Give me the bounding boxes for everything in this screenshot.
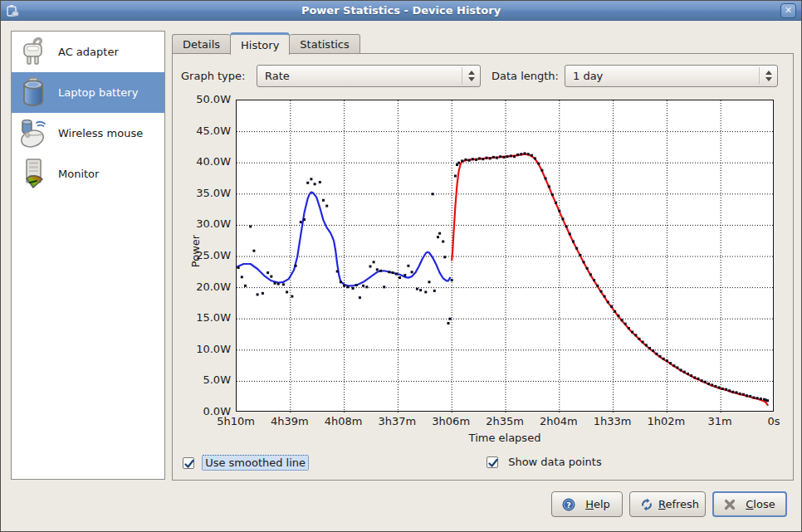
help-button[interactable]: ? Help [551,491,623,517]
x-tick-label: 2h04m [540,415,578,427]
close-button[interactable]: Close [712,491,787,517]
x-tick-label: 4h08m [325,415,363,427]
window-title: Power Statistics - Device History [1,1,801,21]
ac-adapter-icon [17,35,50,68]
data-length-value: 1 day [573,66,603,86]
y-tick-label: 20.0W [181,281,231,294]
x-tick-label: 4h39m [271,415,309,427]
tab-history[interactable]: History [230,32,290,55]
plot-area [236,100,774,412]
history-chart [237,100,775,412]
x-tick-label: 5h10m [217,415,255,427]
x-axis-title: Time elapsed [236,432,774,444]
tab-statistics[interactable]: Statistics [290,34,359,54]
y-tick-label: 5.0W [181,373,231,387]
help-button-label: Help [580,492,615,516]
window-close-button[interactable]: ✕ [780,3,796,18]
data-points-option: Show data points [487,455,604,471]
device-label: Monitor [58,154,99,194]
x-tick-label: 3h37m [379,415,417,427]
help-icon: ? [562,498,575,511]
wireless-mouse-icon [17,116,50,149]
x-tick-label: 1h02m [648,415,686,427]
graph-type-value: Rate [265,66,290,86]
data-length-select[interactable]: 1 day [565,65,778,87]
history-tab-panel: Graph type: Rate Data length: 1 day Powe… [172,53,794,481]
y-tick-label: 25.0W [181,249,231,262]
laptop-battery-icon [17,76,50,109]
close-icon [723,498,736,511]
use-smoothed-line-label[interactable]: Use smoothed line [202,455,309,471]
titlebar: Power Statistics - Device History ✕ [1,1,801,21]
device-label: Laptop battery [58,72,138,113]
tab-details[interactable]: Details [172,34,230,54]
use-smoothed-line-checkbox[interactable] [183,457,194,469]
y-tick-label: 30.0W [181,217,231,231]
close-button-label: Close [742,493,779,517]
refresh-icon [640,498,653,511]
x-tick-label: 0s [767,415,780,427]
show-data-points-checkbox[interactable] [487,456,498,468]
show-data-points-label[interactable]: Show data points [506,455,604,469]
refresh-button[interactable]: Refresh [629,491,706,517]
device-row-wireless-mouse[interactable]: Wireless mouse [12,113,164,154]
y-tick-label: 15.0W [181,311,231,325]
y-tick-label: 10.0W [181,343,231,356]
power-statistics-window: Power Statistics - Device History ✕ AC a… [0,0,802,532]
svg-text:?: ? [566,500,571,510]
x-tick-label: 3h06m [432,415,470,427]
graph-type-select[interactable]: Rate [257,65,481,87]
y-tick-label: 50.0W [181,93,231,106]
device-row-laptop-battery[interactable]: Laptop battery [12,72,164,113]
y-tick-label: 45.0W [181,124,231,138]
combo-spinner-icon [462,67,480,85]
device-list: AC adapter Laptop battery Wireless mouse… [11,31,165,480]
smoothed-line-option: Use smoothed line [183,455,309,471]
device-label: AC adapter [58,32,119,72]
device-label: Wireless mouse [58,113,143,154]
y-tick-label: 35.0W [181,187,231,200]
y-tick-label: 40.0W [181,155,231,168]
data-length-label: Data length: [491,70,559,82]
combo-spinner-icon [759,67,777,85]
refresh-button-label: Refresh [658,492,698,516]
device-row-ac-adapter[interactable]: AC adapter [12,32,164,72]
tab-strip: DetailsHistoryStatistics [172,32,360,54]
x-tick-label: 2h35m [486,415,524,427]
monitor-icon [17,157,50,190]
x-tick-label: 1h33m [594,415,632,427]
x-tick-label: 31m [708,415,732,427]
device-row-monitor[interactable]: Monitor [12,154,164,194]
graph-type-label: Graph type: [181,70,245,82]
